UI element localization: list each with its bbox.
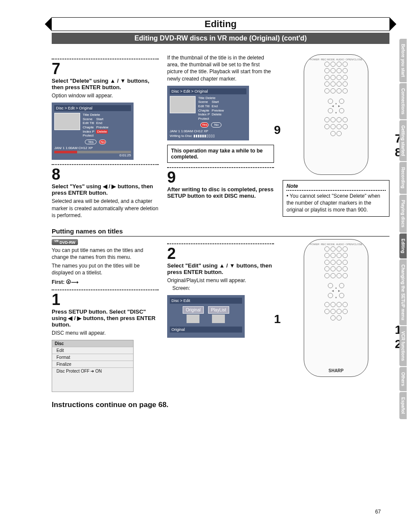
tab-before-you-start: Before you start [399,39,407,82]
osd2-status: JAN/ 1 1:00AM CH12 XP [170,129,246,133]
disc-menu-item: Edit [52,347,133,354]
tab-changing-setup: Changing the SETUP menu [399,259,407,325]
osd-screenshot-2: Disc > Edit > Original Title Delete Scen… [167,86,249,140]
step-9-head: After writing to disc is completed, pres… [167,186,274,199]
remote2-label-left: 1 [274,312,281,326]
remote-illustration-2: POWER REC MODE AUDIO OPEN/CLOSE ▲ ◀ ▶ ▼ [304,239,368,377]
step-7-number: 7 [52,61,159,77]
side-tabs: Before you start Connections Getting sta… [399,39,407,419]
first-label: First: [52,279,65,285]
step-2-number: 2 [167,246,274,261]
tab-getting-started: Getting started [399,120,407,161]
continue-notice: Instructions continue on page 68. [52,401,389,409]
step-8-number: 8 [52,167,159,182]
tab-playing-discs: Playing discs [399,195,407,233]
osd1-breadcrumb: Disc > Edit > Original [54,105,131,111]
remote-illustration-1: POWER REC MODE AUDIO OPEN/CLOSE ▲ ◀ ▶ ▼ [304,54,368,175]
osd2-menu-title: Title Delete [198,96,224,100]
disc-menu-header: Disc [52,340,133,347]
step-7-body: Option window will appear. [52,92,159,99]
step-1-body: DISC menu will appear. [52,330,159,336]
note-title: Note [286,183,386,189]
osd1-status: JAN/ 1 1:00AM CH12 XP [54,146,131,150]
screen-label: Screen: [172,285,274,292]
osd2-yes: Yes [200,122,209,128]
osd2-thumbnail [170,96,196,113]
disc-menu-screenshot: Disc Edit Format Finalize Disc Protect O… [52,340,134,392]
disc-menu-item: Disc Protect OFF ➔ ON [52,367,133,374]
step-7-head: Select "Delete" using ▲ / ▼ buttons, the… [52,78,159,90]
tab-espanol: Español [399,392,407,419]
remote1-label-left: 9 [274,123,281,137]
osd1-thumbnail [54,113,80,130]
page-title-bar: Editing [52,17,389,31]
osd3-footer: Original [170,327,242,333]
tab-editing: Editing [399,233,407,258]
osd1-progress [54,151,131,153]
step-9-number: 9 [167,170,274,185]
section-putting-names: Putting names on titles [52,227,389,236]
step-8-body: Selected area will be deleted, and a cha… [52,198,159,219]
section2-intro2: The names you put on the titles will be … [52,262,159,276]
disc-insert-icon: ⦿⟶ [66,279,78,285]
mid-paragraph: If the thumbnail of the title is in the … [167,54,274,82]
osd3-original: Original [183,306,203,314]
page-number: 67 [375,509,381,515]
step-1-head: Press SETUP button. Select "DISC" using … [52,308,159,328]
tab-others: Others [399,367,407,391]
osd1-timer: 0:01:25 [54,153,131,157]
osd1-yes: Yes [85,140,97,145]
osd1-menu-title: Title Delete [83,113,109,117]
osd3-breadcrumb: Disc > Edit [170,298,242,304]
osd2-breadcrumb: Disc > Edit > Original [170,88,246,94]
tab-connections: Connections [399,83,407,120]
remote-brand: SHARP [304,368,368,373]
osd-screenshot-3: Disc > Edit Original PlayList Original [167,295,245,338]
osd1-no: No [99,140,106,145]
note-body: • You cannot select "Scene Delete" when … [286,193,386,214]
step-2-body: Original/PlayList menu will appear. [167,277,274,284]
dvd-rw-badge: VR DVD-RW [52,239,78,245]
note-box: Note • You cannot select "Scene Delete" … [283,180,389,217]
operation-callout: This operation may take a while to be co… [167,145,274,163]
osd2-no: No [211,122,221,128]
tab-recording: Recording [399,162,407,193]
section2-intro1: You can put title names on the titles an… [52,247,159,261]
step-1-number: 1 [52,292,159,308]
page-subtitle: Editing DVD-RW discs in VR mode (Origina… [52,33,389,44]
osd-screenshot-1: Disc > Edit > Original Title Delete Scen… [52,103,134,160]
page-title: Editing [205,19,237,30]
step-2-head: Select "Edit" using ▲ / ▼ buttons, then … [167,262,274,275]
osd2-writing: Writing to Disc [170,134,192,138]
step-8-head: Select "Yes" using ◀ / ▶ buttons, then p… [52,183,159,196]
tab-vcr-functions: VCR functions [399,326,407,366]
disc-menu-item: Format [52,354,133,361]
disc-menu-item: Finalize [52,361,133,367]
osd3-playlist: PlayList [208,306,229,314]
